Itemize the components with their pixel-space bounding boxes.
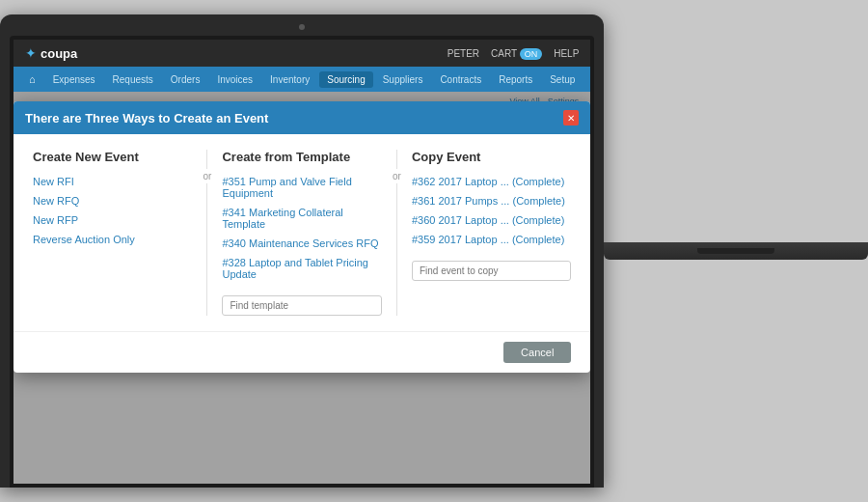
col1-title: Create New Event: [33, 150, 192, 164]
modal-overlay: There are Three Ways to Create an Event …: [14, 92, 590, 484]
nav-expenses[interactable]: Expenses: [45, 71, 103, 88]
nav-contracts[interactable]: Contracts: [432, 71, 489, 88]
nav-setup[interactable]: Setup: [542, 71, 583, 88]
col2-title: Create from Template: [222, 150, 381, 164]
screen-bezel: ✦ coupa PETER CART ON HELP ⌂ Expenses Re…: [10, 36, 594, 488]
template-item-1[interactable]: #341 Marketing Collateral Template: [222, 207, 381, 230]
nav-home-icon[interactable]: ⌂: [21, 70, 43, 88]
logo-icon: ✦: [25, 45, 37, 61]
divider-1: [206, 150, 207, 316]
reverse-auction-item[interactable]: Reverse Auction Only: [33, 234, 192, 245]
nav-sourcing[interactable]: Sourcing: [319, 71, 372, 88]
user-label[interactable]: PETER: [448, 48, 479, 59]
copy-event-item-1[interactable]: #361 2017 Pumps ... (Complete): [412, 195, 571, 207]
cart-badge[interactable]: ON: [520, 48, 543, 60]
create-from-template-column: Create from Template #351 Pump and Valve…: [212, 150, 391, 316]
modal-close-button[interactable]: ✕: [563, 110, 579, 126]
nav-reports[interactable]: Reports: [491, 71, 540, 88]
template-item-3[interactable]: #328 Laptop and Tablet Pricing Update: [222, 257, 381, 280]
divider-2: [396, 150, 397, 316]
top-right: PETER CART ON HELP: [448, 48, 580, 59]
nav-orders[interactable]: Orders: [163, 71, 208, 88]
nav-bar: ⌂ Expenses Requests Orders Invoices Inve…: [14, 67, 590, 92]
find-template-input[interactable]: [222, 295, 381, 316]
help-label[interactable]: HELP: [554, 48, 579, 59]
top-bar: ✦ coupa PETER CART ON HELP: [14, 40, 590, 67]
main-area: There are Three Ways to Create an Event …: [14, 92, 590, 484]
laptop-shell: ✦ coupa PETER CART ON HELP ⌂ Expenses Re…: [0, 14, 604, 488]
nav-inventory[interactable]: Inventory: [262, 71, 317, 88]
copy-event-item-3[interactable]: #359 2017 Laptop ... (Complete): [412, 234, 571, 245]
nav-suppliers[interactable]: Suppliers: [375, 71, 431, 88]
find-event-input[interactable]: [412, 261, 571, 281]
modal-dialog: There are Three Ways to Create an Event …: [14, 101, 590, 373]
modal-footer: Cancel: [14, 331, 590, 373]
laptop-base: [604, 242, 868, 260]
new-rfq-item[interactable]: New RFQ: [33, 195, 192, 207]
webcam: [299, 24, 305, 30]
modal-header: There are Three Ways to Create an Event …: [14, 101, 590, 134]
laptop-notch: [697, 248, 774, 254]
copy-event-column: Copy Event #362 2017 Laptop ... (Complet…: [402, 150, 571, 316]
create-new-event-column: Create New Event New RFI New RFQ New RFP…: [33, 150, 202, 316]
logo-area: ✦ coupa: [25, 45, 77, 61]
copy-event-item-0[interactable]: #362 2017 Laptop ... (Complete): [412, 176, 571, 187]
cancel-button[interactable]: Cancel: [503, 342, 571, 363]
modal-body: Create New Event New RFI New RFQ New RFP…: [14, 134, 590, 331]
modal-title: There are Three Ways to Create an Event: [25, 111, 268, 126]
nav-requests[interactable]: Requests: [105, 71, 161, 88]
copy-event-item-2[interactable]: #360 2017 Laptop ... (Complete): [412, 214, 571, 226]
logo-text: coupa: [41, 46, 77, 61]
nav-invoices[interactable]: Invoices: [209, 71, 260, 88]
new-rfp-item[interactable]: New RFP: [33, 214, 192, 226]
new-rfi-item[interactable]: New RFI: [33, 176, 192, 187]
col3-title: Copy Event: [412, 150, 571, 164]
template-item-2[interactable]: #340 Maintenance Services RFQ: [222, 237, 381, 249]
cart-label: CART ON: [491, 48, 542, 59]
screen: ✦ coupa PETER CART ON HELP ⌂ Expenses Re…: [14, 40, 590, 484]
template-item-0[interactable]: #351 Pump and Valve Field Equipment: [222, 176, 381, 199]
